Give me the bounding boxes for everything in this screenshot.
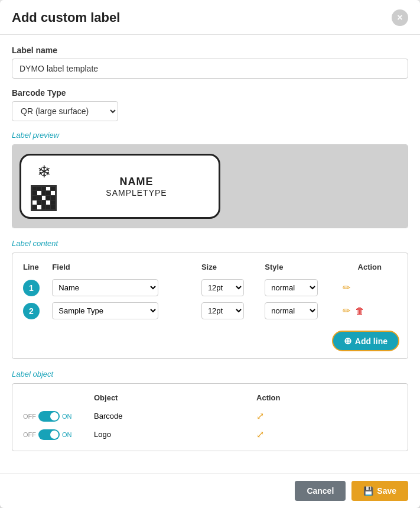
style-cell: normal bold italic [262,276,340,299]
label-content-section-label: Label content [12,239,408,248]
barcode-type-label: Barcode Type [12,88,408,98]
label-name-preview: NAME [120,176,154,188]
add-line-icon: ⊕ [344,335,351,347]
toggle-off-label-1: OFF [23,413,36,420]
col-toggle [21,391,92,407]
toggle-on-label-2: ON [62,431,72,438]
table-row: 2 Name Sample Type Date Barcode [21,299,399,322]
object-name-2: Logo [92,425,254,444]
modal-body: Label name Barcode Type QR (large surfac… [0,35,420,473]
content-table: Line Field Size Style Action 1 [21,260,399,322]
save-label: Save [377,486,396,496]
field-select-2[interactable]: Name Sample Type Date Barcode [52,302,158,319]
edit-icon-2[interactable]: ✏ [343,305,350,316]
toggle-row-2: OFF ON [23,429,89,440]
label-name-group: Label name [12,46,408,79]
add-line-button[interactable]: ⊕ Add line [332,331,399,351]
label-name-label: Label name [12,46,408,55]
close-button[interactable]: × [392,9,408,26]
style-select-1[interactable]: normal bold italic [265,279,318,296]
qr-code-icon [31,185,57,211]
list-item: OFF ON Barcode ⤢ [21,407,399,425]
label-content-group: Label content Line Field Size Style Acti… [12,239,408,359]
field-select-1[interactable]: Name Sample Type Date Barcode [52,279,158,296]
col-object-action: Action [254,391,399,407]
add-line-label: Add line [355,336,388,346]
field-cell: Name Sample Type Date Barcode [50,299,199,322]
action-cell-container-1: ✏ [343,282,397,293]
col-size: Size [199,260,262,276]
toggle-off-label-2: OFF [23,431,36,438]
label-preview-group: Label preview ❄ [12,131,408,228]
size-cell: 8pt 10pt 12pt 14pt [199,299,262,322]
delete-icon-2[interactable]: 🗑 [355,306,364,316]
object-table: Object Action OFF ON [21,391,399,444]
label-card: ❄ NAME SAMPLETYPE [19,154,220,219]
action-cell-2: ✏ 🗑 [340,299,399,322]
action-cell-container-2: ✏ 🗑 [343,305,397,316]
label-content-section: Line Field Size Style Action 1 [12,253,408,359]
action-cell-1: ✏ [340,276,399,299]
toggle-switch-2[interactable] [38,429,60,440]
line-badge-2: 2 [23,303,40,319]
size-select-1[interactable]: 8pt 10pt 12pt 14pt [201,279,244,296]
label-object-section-label: Label object [12,370,408,378]
toggle-switch-1[interactable] [38,411,60,422]
barcode-type-select[interactable]: QR (large surface) QR (small surface) Ba… [12,101,118,121]
barcode-type-group: Barcode Type QR (large surface) QR (smal… [12,88,408,121]
col-line: Line [21,260,50,276]
col-style: Style [262,260,340,276]
modal-header: Add custom label × [0,0,420,35]
add-custom-label-modal: Add custom label × Label name Barcode Ty… [0,0,420,508]
object-action-1: ⤢ [254,407,399,425]
label-icons: ❄ [31,162,57,211]
edit-icon-1[interactable]: ✏ [343,282,350,293]
label-name-input[interactable] [12,59,408,79]
size-cell: 8pt 10pt 12pt 14pt [199,276,262,299]
save-button[interactable]: 💾 Save [351,481,408,501]
object-table-header-row: Object Action [21,391,399,407]
toggle-cell-1: OFF ON [21,407,92,425]
label-object-section: Object Action OFF ON [12,383,408,451]
line-cell: 2 [21,299,50,322]
table-row: 1 Name Sample Type Date Barcode [21,276,399,299]
modal-title: Add custom label [12,10,120,25]
line-badge-1: 1 [23,280,40,296]
toggle-cell-2: OFF ON [21,425,92,444]
modal-footer: Cancel 💾 Save [0,473,420,508]
label-preview-section: ❄ NAME SAMPLETYPE [12,144,408,228]
label-preview-inner: ❄ NAME SAMPLETYPE [12,145,408,228]
label-text-area: NAME SAMPLETYPE [64,176,209,198]
col-action: Action [340,260,399,276]
style-cell: normal bold italic [262,299,340,322]
size-select-2[interactable]: 8pt 10pt 12pt 14pt [201,302,244,319]
resize-icon-1[interactable]: ⤢ [256,411,264,421]
col-field: Field [50,260,199,276]
content-table-header-row: Line Field Size Style Action [21,260,399,276]
field-cell: Name Sample Type Date Barcode [50,276,199,299]
list-item: OFF ON Logo ⤢ [21,425,399,444]
object-action-2: ⤢ [254,425,399,444]
snowflake-icon: ❄ [37,162,51,182]
style-select-2[interactable]: normal bold italic [265,302,318,319]
save-icon: 💾 [363,486,373,496]
add-line-row: ⊕ Add line [21,322,399,351]
line-cell: 1 [21,276,50,299]
toggle-on-label-1: ON [62,413,72,420]
label-sampletype-preview: SAMPLETYPE [106,188,167,198]
label-preview-section-label: Label preview [12,131,408,140]
object-name-1: Barcode [92,407,254,425]
toggle-row-1: OFF ON [23,411,89,422]
resize-icon-2[interactable]: ⤢ [256,429,264,439]
col-object: Object [92,391,254,407]
cancel-button[interactable]: Cancel [295,481,346,501]
label-object-group: Label object Object Action [12,370,408,451]
